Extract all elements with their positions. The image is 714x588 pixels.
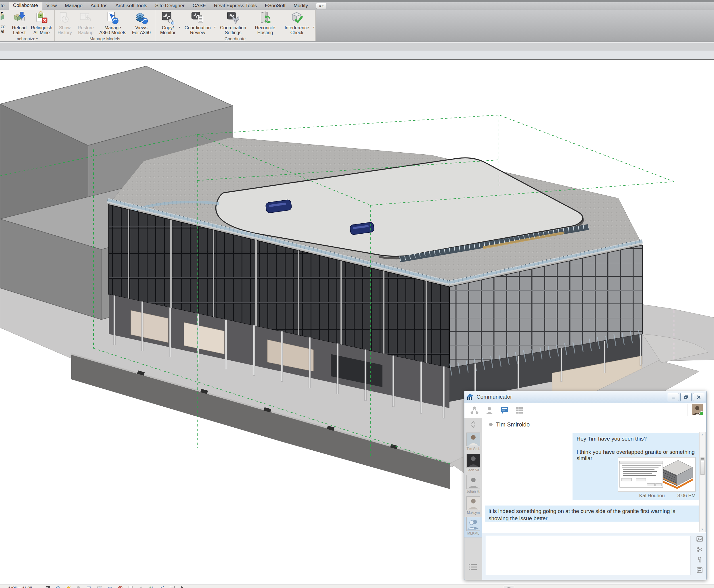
scrollbar-thumb[interactable]	[700, 458, 705, 475]
coordination-settings-button[interactable]: Coordination Settings	[216, 10, 251, 36]
tab-case[interactable]: CASE	[189, 2, 210, 10]
temporary-properties-icon[interactable]	[128, 585, 134, 588]
chat-scrollbar[interactable]: ▲ ▼	[699, 432, 706, 532]
toolbar-separator	[688, 404, 688, 416]
contact-leon[interactable]: Leon Va.	[464, 454, 482, 474]
options-bar	[0, 42, 714, 51]
panel-coordinate: Copy/ Monitor ▾ Coordination Review ▾	[155, 10, 315, 41]
interference-check-button[interactable]: Interference Check ▾	[280, 10, 314, 36]
presence-offline-icon	[489, 423, 493, 426]
interference-check-icon	[290, 10, 304, 25]
scrollbar-grip[interactable]	[504, 586, 514, 588]
tasks-icon[interactable]	[514, 405, 525, 416]
restore-backup-button: Restore Backup	[74, 10, 97, 36]
temporary-hide-icon[interactable]	[107, 585, 113, 588]
contact-mlkml[interactable]: MLKML	[464, 517, 482, 537]
label-fragment: al	[1, 29, 4, 34]
tab-esoosoft[interactable]: ESooSoft	[261, 2, 290, 10]
panel-label-coordinate[interactable]: Coordinate	[155, 36, 315, 41]
view-control-icons	[45, 585, 185, 588]
message-group-incoming: Hey Tim have you seen this? I think you …	[573, 433, 700, 500]
ribbon-tab-bar: ite Collaborate View Manage Add-Ins Arch…	[0, 2, 714, 10]
relinquish-icon	[35, 10, 49, 25]
thumbnail-building	[660, 460, 693, 488]
restore-button[interactable]	[680, 393, 692, 401]
attach-file-icon[interactable]	[696, 556, 703, 564]
manage-a360-models-button[interactable]: Manage A360 Models	[97, 10, 128, 36]
reveal-hidden-icon[interactable]	[118, 585, 123, 588]
reconcile-hosting-icon	[258, 10, 272, 25]
sun-path-icon[interactable]	[66, 585, 71, 588]
contact-scroll-cell[interactable]	[464, 418, 483, 431]
chevron-down-icon[interactable]	[471, 425, 475, 428]
panel-label-manage-models[interactable]: Manage Models	[55, 36, 155, 41]
contact-icon[interactable]	[484, 405, 495, 416]
panel-label-synchronize[interactable]: nchronize ▾	[0, 36, 54, 41]
insert-image-icon[interactable]	[696, 536, 703, 543]
ribbon: ze al ▾ Reload Latest	[0, 10, 315, 41]
message-text: it is indeed something going on at the c…	[485, 505, 699, 524]
restore-backup-icon	[79, 10, 93, 25]
message-input[interactable]	[486, 536, 690, 575]
tab-add-ins[interactable]: Add-Ins	[86, 2, 111, 10]
measure-icon[interactable]	[169, 585, 175, 588]
crop-view-icon[interactable]	[86, 585, 92, 588]
synchronize-button-clipped[interactable]: ze al ▾	[1, 10, 9, 36]
tab-view[interactable]: View	[42, 2, 61, 10]
chevron-up-icon[interactable]	[471, 421, 475, 424]
constraints-icon[interactable]	[138, 585, 144, 588]
coordination-review-icon	[190, 10, 205, 25]
tab-site[interactable]: ite	[0, 2, 8, 10]
communicator-titlebar[interactable]: Communicator	[464, 391, 706, 403]
tab-site-designer[interactable]: Site Designer	[151, 2, 189, 10]
window-title: Communicator	[476, 394, 512, 400]
contact-maksym[interactable]: Maksym	[464, 496, 482, 517]
view-scale-label[interactable]: 1/8" = 1'-0"	[8, 586, 32, 588]
reload-latest-button[interactable]: Reload Latest	[9, 10, 29, 36]
chat-icon[interactable]	[499, 405, 510, 416]
list-view-icon[interactable]	[468, 564, 477, 572]
presence-online-icon	[699, 411, 704, 416]
relinquish-all-mine-button[interactable]: Relinquish All Mine	[29, 10, 54, 36]
message-image-attachment[interactable]	[618, 457, 696, 492]
save-conversation-icon[interactable]	[696, 566, 703, 574]
dropdown-caret-icon: ▾	[36, 37, 38, 40]
screen-capture-icon[interactable]	[696, 546, 703, 553]
scroll-down-icon[interactable]: ▼	[700, 527, 705, 532]
copy-monitor-button[interactable]: Copy/ Monitor ▾	[156, 10, 180, 36]
communicator-icon	[467, 393, 474, 401]
detail-level-icon[interactable]	[45, 585, 50, 588]
network-icon[interactable]	[469, 405, 480, 416]
my-avatar[interactable]	[692, 404, 703, 415]
shadows-icon[interactable]	[76, 585, 82, 588]
manage-a360-icon	[105, 10, 120, 25]
panel-synchronize: ze al ▾ Reload Latest	[0, 10, 55, 41]
tab-modify[interactable]: Modify	[290, 2, 312, 10]
worksharing-icon[interactable]	[149, 585, 154, 588]
chevron-down-icon: ▾	[322, 5, 324, 7]
ribbon-state-toggle-button[interactable]: ▣▾	[316, 3, 326, 9]
scroll-up-icon[interactable]: ▲	[700, 432, 705, 437]
tab-manage[interactable]: Manage	[61, 2, 86, 10]
revit-window: ite Collaborate View Manage Add-Ins Arch…	[0, 0, 714, 588]
contact-johan[interactable]: Johan H.	[464, 475, 482, 495]
tab-revit-express-tools[interactable]: Revit Express Tools	[210, 2, 261, 10]
show-history-button: Show History	[55, 10, 74, 36]
close-icon[interactable]	[693, 393, 704, 401]
analytical-icon[interactable]	[159, 585, 164, 588]
coordination-review-button[interactable]: Coordination Review ▾	[180, 10, 216, 36]
message-sender: Kal Houhou	[639, 493, 665, 499]
thumbnail-warning-dialog	[620, 461, 663, 487]
contact-tim[interactable]: Tim Smi.	[464, 433, 482, 453]
reload-latest-icon	[12, 10, 26, 25]
copy-monitor-icon	[161, 10, 175, 25]
minimize-button[interactable]	[668, 393, 679, 401]
views-for-a360-button[interactable]: Views For A360	[128, 10, 155, 36]
ribbon-empty-area	[315, 10, 714, 41]
select-arrow-icon[interactable]	[180, 585, 185, 588]
reconcile-hosting-button[interactable]: Reconcile Hosting	[251, 10, 279, 36]
visual-style-icon[interactable]	[56, 585, 61, 588]
tab-collaborate[interactable]: Collaborate	[8, 2, 42, 10]
crop-region-icon[interactable]	[97, 585, 102, 588]
tab-archisoft-tools[interactable]: Archisoft Tools	[111, 2, 151, 10]
